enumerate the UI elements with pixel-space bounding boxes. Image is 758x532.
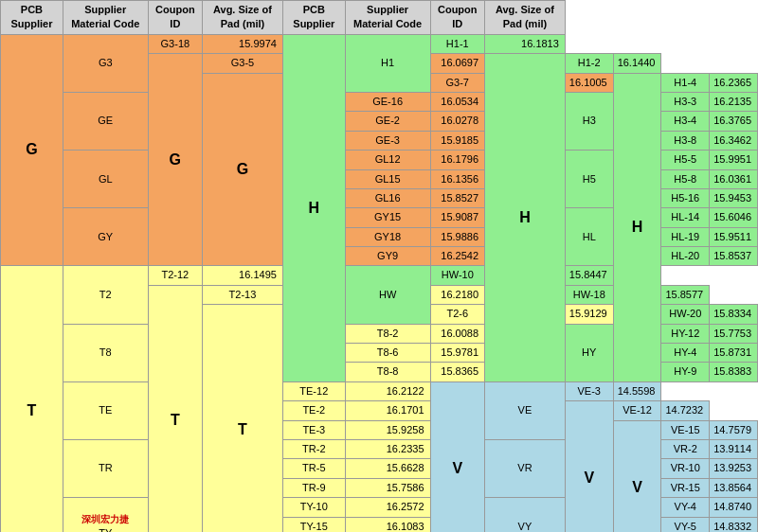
coupon-id-cell-left: TY-10	[282, 498, 345, 517]
avg-size-cell-left: 16.0088	[430, 324, 485, 343]
pcb-supplier-cell-right: V	[430, 381, 485, 532]
coupon-id-cell-right: HY-4	[661, 344, 710, 363]
coupon-id-cell-left: TE-12	[282, 381, 345, 400]
mat-code-cell-right: VY	[485, 498, 566, 532]
table-row: GG3G3-1815.9974HH1H1-116.1813	[1, 34, 758, 53]
mat-code-cell-right: H1	[345, 34, 430, 92]
header-supplier-material-code-right: Supplier Material Code	[345, 1, 430, 35]
coupon-id-cell-left: T2-12	[148, 266, 202, 285]
coupon-id-cell-left: GY18	[345, 227, 430, 246]
avg-size-cell-left: 16.1796	[430, 151, 485, 169]
avg-size-cell-right: 16.2135	[710, 92, 758, 111]
coupon-id-cell-right: VE-12	[613, 401, 661, 420]
coupon-id-cell-left: GL16	[345, 188, 430, 207]
coupon-id-cell-right: HY-9	[661, 363, 710, 381]
avg-size-cell-left: 16.1356	[430, 169, 485, 188]
coupon-id-cell-right: HL-20	[661, 247, 710, 266]
coupon-id-cell-right: VR-10	[661, 459, 710, 478]
avg-size-cell-left: 15.9129	[565, 305, 613, 324]
avg-size-cell-right: 15.8383	[710, 363, 758, 381]
avg-size-cell-right: 15.8577	[661, 285, 710, 304]
avg-size-cell-right: 16.3765	[710, 112, 758, 131]
coupon-id-cell-right: VY-4	[661, 498, 710, 517]
coupon-id-cell-left: TY-15	[282, 517, 345, 532]
avg-size-cell-right: 15.7753	[710, 324, 758, 343]
coupon-id-cell-right: H1-4	[661, 73, 710, 92]
pcb-supplier-cell-right: H	[282, 34, 345, 381]
avg-size-cell-right: 14.5598	[613, 381, 661, 400]
header-pcb-supplier-right: PCB Supplier	[282, 1, 345, 35]
avg-size-cell-right: 15.8537	[710, 247, 758, 266]
mat-code-cell-left: TR	[63, 439, 148, 497]
coupon-id-cell-right: VE-15	[661, 420, 710, 439]
pcb-supplier-cell-left: G	[148, 54, 202, 266]
avg-size-cell-right: 15.9511	[710, 227, 758, 246]
coupon-id-cell-left: GE-2	[345, 112, 430, 131]
coupon-id-cell-left: GE-16	[345, 92, 430, 111]
coupon-id-cell-right: H3-4	[661, 112, 710, 131]
coupon-id-cell-right: HY-12	[661, 324, 710, 343]
avg-size-cell-left: 16.0697	[430, 54, 485, 73]
avg-size-cell-left: 16.2122	[345, 381, 430, 400]
coupon-id-cell-left: T8-2	[345, 324, 430, 343]
avg-size-cell-right: 15.9951	[710, 151, 758, 169]
avg-size-cell-right: 16.0361	[710, 169, 758, 188]
avg-size-cell-right: 14.8740	[710, 498, 758, 517]
avg-size-cell-left: 16.2572	[345, 498, 430, 517]
avg-size-cell-right: 16.1440	[613, 54, 661, 73]
avg-size-cell-left: 15.9974	[203, 34, 283, 53]
coupon-id-cell-left: GL15	[345, 169, 430, 188]
pcb-supplier-cell-right: H	[485, 54, 566, 382]
pcb-supplier-cell-right: V	[613, 420, 661, 532]
coupon-id-cell-right: H5-8	[661, 169, 710, 188]
mat-code-cell-left: T2	[63, 266, 148, 324]
mat-code-cell-right: H3	[565, 92, 613, 150]
mat-code-cell-left: GL	[63, 151, 148, 208]
avg-size-cell-right: 13.8564	[710, 478, 758, 497]
table-header: PCB Supplier Supplier Material Code Coup…	[1, 1, 758, 35]
header-coupon-id-right: Coupon ID	[430, 1, 485, 35]
coupon-id-cell-left: TE-3	[282, 420, 345, 439]
coupon-id-cell-left: TR-5	[282, 459, 345, 478]
avg-size-cell-right: 14.7579	[710, 420, 758, 439]
coupon-id-cell-left: T8-8	[345, 363, 430, 381]
avg-size-cell-left: 15.9185	[430, 131, 485, 150]
avg-size-cell-right: 16.3462	[710, 131, 758, 150]
mat-code-cell-left: G3	[63, 34, 148, 92]
table-row: TETE-1216.2122VVEVE-314.5598	[1, 381, 758, 400]
coupon-id-cell-right: H1-1	[430, 34, 485, 53]
coupon-id-cell-right: H3-8	[661, 131, 710, 150]
coupon-id-cell-right: HW-20	[661, 305, 710, 324]
mat-code-cell-left: GY	[63, 208, 148, 266]
coupon-id-cell-right: VY-5	[661, 517, 710, 532]
coupon-id-cell-left: TR-2	[282, 439, 345, 458]
coupon-id-cell-left: G3-18	[148, 34, 202, 53]
coupon-id-cell-right: H3-3	[661, 92, 710, 111]
data-table: PCB Supplier Supplier Material Code Coup…	[0, 0, 758, 532]
avg-size-cell-right: 13.9253	[710, 459, 758, 478]
mat-code-cell-right: HW	[345, 266, 430, 324]
coupon-id-cell-right: H5-16	[661, 188, 710, 207]
coupon-id-cell-right: VE-3	[565, 381, 613, 400]
pcb-supplier-cell-left: T	[1, 266, 63, 532]
mat-code-cell-left: T8	[63, 324, 148, 381]
avg-size-cell-right: 15.9453	[710, 188, 758, 207]
avg-size-cell-left: 15.6628	[345, 459, 430, 478]
avg-size-cell-left: 16.0278	[430, 112, 485, 131]
mat-code-cell-right: HL	[565, 208, 613, 266]
coupon-id-cell-left: G3-5	[203, 54, 283, 73]
mat-code-cell-right: H5	[565, 151, 613, 208]
mat-code-cell-right: VR	[485, 439, 566, 497]
pcb-supplier-cell-left: G	[203, 73, 283, 266]
header-pcb-supplier-left: PCB Supplier	[1, 1, 63, 35]
pcb-supplier-cell-left: T	[203, 305, 283, 532]
avg-size-cell-right: 13.9114	[710, 439, 758, 458]
avg-size-cell-left: 16.1701	[345, 401, 430, 420]
coupon-id-cell-right: VR-15	[661, 478, 710, 497]
brand-label: 深圳宏力捷	[67, 513, 144, 526]
header-coupon-id-left: Coupon ID	[148, 1, 202, 35]
pcb-supplier-cell-right: V	[565, 401, 613, 532]
pcb-supplier-cell-left: G	[1, 34, 63, 266]
coupon-id-cell-left: T8-6	[345, 344, 430, 363]
coupon-id-cell-left: GY9	[345, 247, 430, 266]
